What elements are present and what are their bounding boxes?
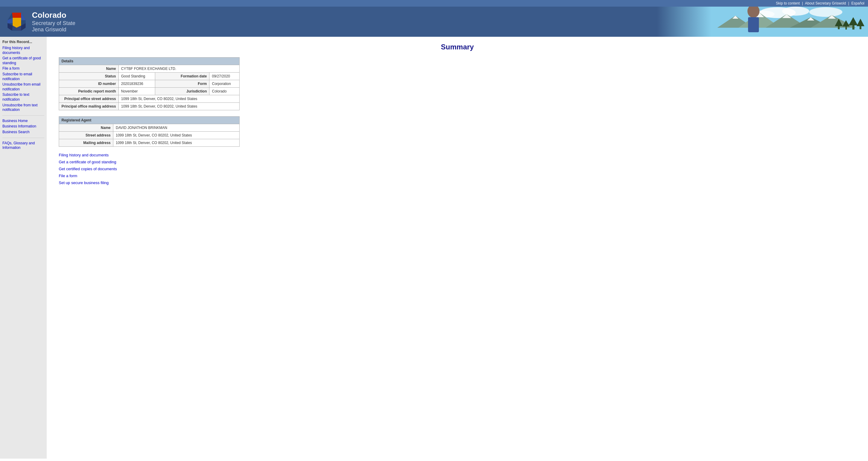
sidebar-link-unsubscribe-email[interactable]: Unsubscribe from email notification — [2, 82, 44, 92]
jurisdiction-label: Jurisdiction — [155, 88, 210, 95]
agent-table-header: Registered Agent — [59, 117, 240, 124]
formation-date-label: Formation date — [155, 72, 210, 80]
id-number-label: ID number — [59, 80, 119, 88]
form-value: Corporation — [210, 80, 240, 88]
bottom-link-cert-good-standing[interactable]: Get a certificate of good standing — [59, 160, 856, 164]
sidebar-link-business-information[interactable]: Business Information — [2, 124, 44, 129]
sidebar-link-subscribe-text[interactable]: Subscribe to text notification — [2, 92, 44, 102]
state-logo — [6, 11, 27, 32]
agent-table: Registered Agent Name DAVID JONATHON BRI… — [59, 116, 240, 147]
street-address-value: 1099 18th St, Denver, CO 80202, United S… — [119, 95, 239, 103]
org-subtitle: Secretary of State — [32, 20, 75, 27]
svg-point-14 — [809, 7, 842, 17]
page-title: Summary — [59, 43, 856, 51]
site-header: Colorado Secretary of State Jena Griswol… — [0, 7, 868, 37]
bottom-link-certified-copies[interactable]: Get certified copies of documents — [59, 166, 856, 171]
sidebar-link-faqs[interactable]: FAQs, Glossary and Information — [2, 141, 44, 150]
sidebar-link-cert-good-standing[interactable]: Get a certificate of good standing — [2, 56, 44, 65]
about-link[interactable]: About Secretary Griswold — [805, 1, 846, 5]
table-row: Principal office street address 1099 18t… — [59, 95, 240, 103]
espanol-link[interactable]: Español — [851, 1, 864, 5]
status-value: Good Standing — [119, 72, 155, 80]
sidebar-link-business-home[interactable]: Business Home — [2, 119, 44, 124]
agent-street-label: Street address — [59, 132, 113, 139]
name-label: Name — [59, 65, 119, 72]
sidebar-business-links: Business Home Business Information Busin… — [2, 119, 44, 135]
id-number-value: 20201839236 — [119, 80, 155, 88]
svg-rect-33 — [657, 7, 711, 37]
jurisdiction-value: Colorado — [210, 88, 240, 95]
bottom-link-secure-filing[interactable]: Set up secure business filing — [59, 181, 856, 185]
bottom-links: Filing history and documents Get a certi… — [59, 153, 856, 185]
agent-street-value: 1099 18th St, Denver, CO 80202, United S… — [113, 132, 240, 139]
sidebar-section-title: For this Record... — [2, 40, 44, 44]
header-scene — [657, 7, 868, 37]
details-table: Details Name CYTBF FOREX EXCHANGE LTD. S… — [59, 57, 240, 110]
agent-name-label: Name — [59, 124, 113, 132]
periodic-report-value: November — [119, 88, 155, 95]
sidebar-link-business-search[interactable]: Business Search — [2, 130, 44, 135]
sidebar-faq-links: FAQs, Glossary and Information — [2, 141, 44, 150]
table-row: Status Good Standing Formation date 09/2… — [59, 72, 240, 80]
org-name: Colorado — [32, 10, 75, 20]
secretary-name: Jena Griswold — [32, 27, 75, 33]
bottom-link-file-form[interactable]: File a form — [59, 174, 856, 178]
main-layout: For this Record... Filing history and do… — [0, 37, 868, 459]
top-navigation: Skip to content | About Secretary Griswo… — [0, 0, 868, 7]
agent-mailing-value: 1099 18th St, Denver, CO 80202, United S… — [113, 139, 240, 147]
table-row: Name DAVID JONATHON BRINKMAN — [59, 124, 240, 132]
svg-rect-35 — [748, 17, 759, 32]
details-table-header: Details — [59, 58, 240, 65]
sidebar-link-subscribe-email[interactable]: Subscribe to email notification — [2, 72, 44, 81]
skip-to-content-link[interactable]: Skip to content — [776, 1, 800, 5]
sidebar-record-links: Filing history and documents Get a certi… — [2, 46, 44, 113]
mailing-address-label: Principal office mailing address — [59, 103, 119, 110]
main-content: Summary Details Name CYTBF FOREX EXCHANG… — [47, 37, 868, 459]
table-row: Mailing address 1099 18th St, Denver, CO… — [59, 139, 240, 147]
sidebar-link-filing-history[interactable]: Filing history and documents — [2, 46, 44, 55]
header-image — [657, 7, 868, 37]
agent-mailing-label: Mailing address — [59, 139, 113, 147]
name-value: CYTBF FOREX EXCHANGE LTD. — [119, 65, 239, 72]
mailing-address-value: 1099 18th St, Denver, CO 80202, United S… — [119, 103, 239, 110]
svg-point-12 — [782, 7, 809, 16]
svg-marker-4 — [21, 13, 26, 20]
sidebar-link-unsubscribe-text[interactable]: Unsubscribe from text notification — [2, 103, 44, 113]
header-text: Colorado Secretary of State Jena Griswol… — [32, 10, 75, 33]
bottom-link-filing-history[interactable]: Filing history and documents — [59, 153, 856, 157]
sidebar-divider-1 — [2, 115, 44, 116]
header-branding: Colorado Secretary of State Jena Griswol… — [0, 7, 82, 36]
agent-table-header-row: Registered Agent — [59, 117, 240, 124]
table-row: Street address 1099 18th St, Denver, CO … — [59, 132, 240, 139]
svg-marker-1 — [12, 13, 17, 18]
sidebar-divider-2 — [2, 138, 44, 138]
agent-name-value: DAVID JONATHON BRINKMAN — [113, 124, 240, 132]
form-label: Form — [155, 80, 210, 88]
table-row: ID number 20201839236 Form Corporation — [59, 80, 240, 88]
details-table-header-row: Details — [59, 58, 240, 65]
table-row: Principal office mailing address 1099 18… — [59, 103, 240, 110]
formation-date-value: 09/27/2020 — [210, 72, 240, 80]
status-label: Status — [59, 72, 119, 80]
table-row: Name CYTBF FOREX EXCHANGE LTD. — [59, 65, 240, 72]
table-row: Periodic report month November Jurisdict… — [59, 88, 240, 95]
sidebar: For this Record... Filing history and do… — [0, 37, 47, 459]
periodic-report-label: Periodic report month — [59, 88, 119, 95]
svg-marker-2 — [17, 13, 21, 18]
street-address-label: Principal office street address — [59, 95, 119, 103]
sidebar-link-file-form[interactable]: File a form — [2, 66, 44, 71]
